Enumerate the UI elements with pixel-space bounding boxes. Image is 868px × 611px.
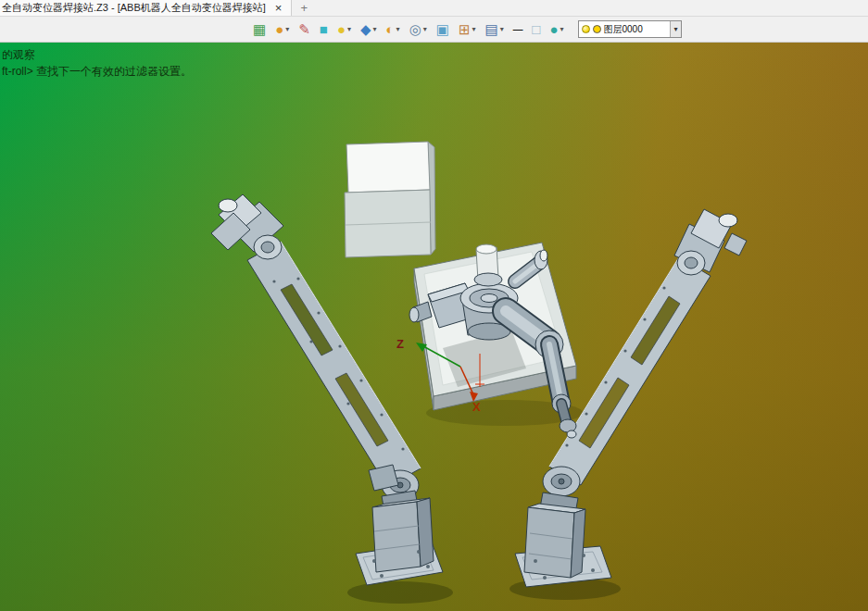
axis-label-x: X <box>472 400 481 414</box>
screen-capture-icon-button[interactable]: ▣ <box>432 19 454 40</box>
main-toolbar: ▦●▾✎■●▾◆▾◐▾◎▾▣⊞▾▤▾─□●▾ 图层0000 ▾ <box>0 17 868 43</box>
view-orientation-icon: ◆ <box>360 22 371 36</box>
layer-visibility-bulb-icon[interactable] <box>582 25 590 33</box>
screen-capture-icon: ▣ <box>436 22 449 36</box>
shaded-sphere-icon: ● <box>337 22 346 36</box>
tab-bar: 全自动变位器焊接站.Z3 - [ABB机器人全自动变位器焊接站] × + <box>0 0 868 17</box>
background-swatch-icon: □ <box>532 22 540 36</box>
grid-snap-icon: ⊞ <box>459 22 471 36</box>
background-swatch-icon-button[interactable]: □ <box>527 19 545 40</box>
paint-color-icon-button[interactable]: ✎ <box>294 19 315 40</box>
dropdown-caret-icon[interactable]: ▾ <box>560 25 563 33</box>
view-image-icon-button[interactable]: ▦ <box>248 19 270 40</box>
dropdown-caret-icon[interactable]: ▾ <box>423 25 427 33</box>
layer-color-swatch[interactable] <box>593 25 601 33</box>
right-positioner-model[interactable] <box>515 209 747 587</box>
display-monitor-icon-button[interactable]: ▤▾ <box>481 19 509 40</box>
zoom-icon: ◎ <box>409 22 421 36</box>
render-mode-icon-button[interactable]: ●▾ <box>270 19 294 40</box>
close-tab-icon[interactable]: × <box>273 2 284 14</box>
section-view-icon: ◐ <box>386 22 395 36</box>
toolbar-icons: ▦●▾✎■●▾◆▾◐▾◎▾▣⊞▾▤▾─□●▾ <box>248 19 569 40</box>
earth-render-icon-button[interactable]: ●▾ <box>545 19 568 40</box>
document-tab-title: 全自动变位器焊接站.Z3 - [ABB机器人全自动变位器焊接站] <box>2 1 266 15</box>
dropdown-caret-icon[interactable]: ▾ <box>472 25 476 33</box>
grid-snap-icon-button[interactable]: ⊞▾ <box>454 19 481 40</box>
viewport-3d[interactable]: 的观察 ft-roll> 查找下一个有效的过滤器设置。 <box>0 43 868 611</box>
document-tab[interactable]: 全自动变位器焊接站.Z3 - [ABB机器人全自动变位器焊接站] × <box>0 0 292 16</box>
combo-dropdown-icon[interactable]: ▾ <box>670 21 680 37</box>
wireframe-cube-icon-button[interactable]: ■ <box>315 19 333 40</box>
dropdown-caret-icon[interactable]: ▾ <box>285 25 289 33</box>
layer-combo[interactable]: 图层0000 ▾ <box>578 20 682 38</box>
new-tab-button[interactable]: + <box>292 0 316 16</box>
paint-color-icon: ✎ <box>298 22 310 36</box>
line-width-icon-button[interactable]: ─ <box>509 19 528 40</box>
layer-combo-value: 图层0000 <box>604 23 668 36</box>
dropdown-caret-icon[interactable]: ▾ <box>396 25 400 33</box>
view-image-icon: ▦ <box>253 22 266 36</box>
axis-label-z: Z <box>396 337 404 351</box>
dropdown-caret-icon[interactable]: ▾ <box>500 25 504 33</box>
section-view-icon-button[interactable]: ◐▾ <box>382 19 405 40</box>
shaded-sphere-icon-button[interactable]: ●▾ <box>333 19 356 40</box>
wireframe-cube-icon: ■ <box>320 22 328 36</box>
stock-box-model[interactable] <box>345 142 435 257</box>
view-orientation-icon-button[interactable]: ◆▾ <box>356 19 382 40</box>
zoom-icon-button[interactable]: ◎▾ <box>405 19 432 40</box>
scene-svg: Z X <box>0 43 868 611</box>
render-mode-icon: ● <box>275 22 283 36</box>
display-monitor-icon: ▤ <box>485 22 498 36</box>
dropdown-caret-icon[interactable]: ▾ <box>347 25 351 33</box>
line-width-icon: ─ <box>513 22 523 36</box>
dropdown-caret-icon[interactable]: ▾ <box>373 25 377 33</box>
earth-render-icon: ● <box>549 22 558 36</box>
